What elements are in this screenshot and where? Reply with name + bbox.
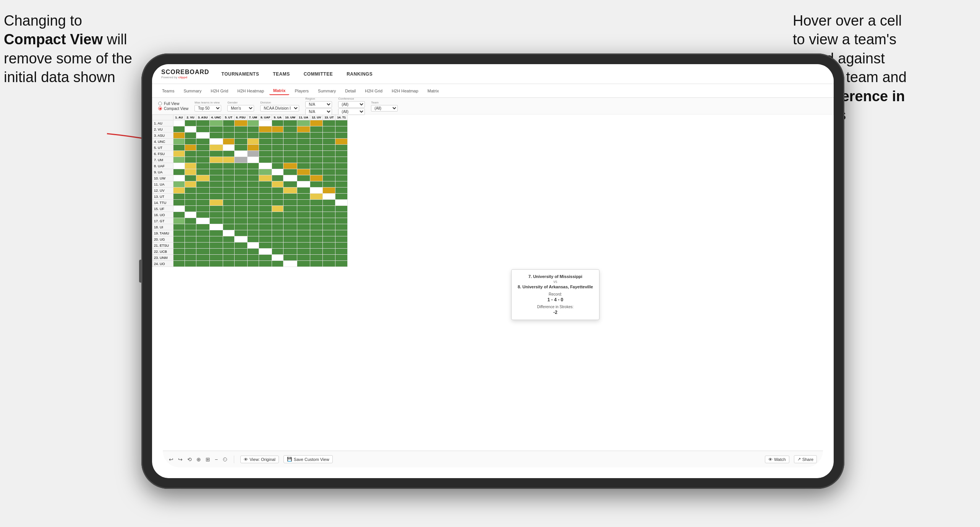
cell-14-13[interactable] (335, 206, 348, 212)
cell-16-0[interactable] (173, 218, 185, 224)
cell-18-11[interactable] (310, 230, 322, 236)
cell-21-5[interactable] (234, 249, 247, 255)
cell-11-13[interactable] (335, 188, 348, 194)
cell-5-7[interactable] (259, 151, 272, 157)
cell-22-6[interactable] (247, 255, 259, 261)
cell-19-11[interactable] (310, 236, 322, 242)
cell-8-8[interactable] (272, 169, 283, 175)
cell-2-2[interactable] (196, 133, 210, 139)
cell-6-13[interactable] (335, 157, 348, 163)
cell-22-5[interactable] (234, 255, 247, 261)
cell-5-3[interactable] (209, 151, 223, 157)
cell-21-8[interactable] (272, 249, 283, 255)
cell-14-11[interactable] (310, 206, 322, 212)
cell-18-13[interactable] (335, 230, 348, 236)
cell-15-9[interactable] (283, 212, 297, 218)
cell-8-3[interactable] (209, 169, 223, 175)
cell-4-2[interactable] (196, 145, 210, 151)
nav-tournaments[interactable]: TOURNAMENTS (222, 71, 259, 77)
cell-4-11[interactable] (310, 145, 322, 151)
cell-15-12[interactable] (323, 212, 335, 218)
cell-17-5[interactable] (234, 224, 247, 230)
tab-matrix[interactable]: Matrix (269, 87, 289, 95)
cell-6-6[interactable] (247, 157, 259, 163)
cell-2-10[interactable] (297, 133, 310, 139)
cell-21-0[interactable] (173, 249, 185, 255)
cell-18-6[interactable] (247, 230, 259, 236)
cell-8-4[interactable] (223, 169, 234, 175)
cell-14-8[interactable] (272, 206, 283, 212)
cell-11-1[interactable] (185, 188, 196, 194)
cell-16-4[interactable] (223, 218, 234, 224)
cell-5-4[interactable] (223, 151, 234, 157)
cell-13-1[interactable] (185, 200, 196, 206)
cell-3-11[interactable] (310, 139, 322, 145)
cell-18-2[interactable] (196, 230, 210, 236)
cell-21-7[interactable] (259, 249, 272, 255)
cell-4-3[interactable] (209, 145, 223, 151)
cell-22-1[interactable] (185, 255, 196, 261)
cell-12-5[interactable] (234, 194, 247, 200)
cell-15-2[interactable] (196, 212, 210, 218)
cell-1-8[interactable] (272, 126, 283, 133)
cell-15-3[interactable] (209, 212, 223, 218)
cell-10-7[interactable] (259, 181, 272, 188)
cell-8-2[interactable] (196, 169, 210, 175)
cell-6-9[interactable] (283, 157, 297, 163)
cell-5-11[interactable] (310, 151, 322, 157)
cell-19-0[interactable] (173, 236, 185, 242)
cell-19-9[interactable] (283, 236, 297, 242)
cell-4-10[interactable] (297, 145, 310, 151)
cell-10-11[interactable] (310, 181, 322, 188)
cell-1-3[interactable] (209, 126, 223, 133)
cell-5-9[interactable] (283, 151, 297, 157)
cell-10-13[interactable] (335, 181, 348, 188)
cell-0-9[interactable] (283, 120, 297, 126)
cell-15-10[interactable] (297, 212, 310, 218)
cell-3-13[interactable] (335, 139, 348, 145)
cell-17-9[interactable] (283, 224, 297, 230)
cell-7-6[interactable] (247, 163, 259, 169)
cell-16-5[interactable] (234, 218, 247, 224)
cell-12-2[interactable] (196, 194, 210, 200)
cell-22-11[interactable] (310, 255, 322, 261)
cell-1-0[interactable] (173, 126, 185, 133)
cell-23-11[interactable] (310, 261, 322, 267)
cell-10-8[interactable] (272, 181, 283, 188)
cell-9-3[interactable] (209, 175, 223, 181)
cell-19-3[interactable] (209, 236, 223, 242)
cell-14-1[interactable] (185, 206, 196, 212)
cell-6-11[interactable] (310, 157, 322, 163)
cell-3-3[interactable] (209, 139, 223, 145)
cell-7-10[interactable] (297, 163, 310, 169)
cell-16-12[interactable] (323, 218, 335, 224)
cell-6-3[interactable] (209, 157, 223, 163)
cell-13-13[interactable] (335, 200, 348, 206)
cell-15-13[interactable] (335, 212, 348, 218)
region-select2[interactable]: N/A (305, 108, 332, 115)
cell-3-5[interactable] (234, 139, 247, 145)
cell-7-9[interactable] (283, 163, 297, 169)
cell-19-13[interactable] (335, 236, 348, 242)
cell-2-4[interactable] (223, 133, 234, 139)
tab-h2h-heatmap[interactable]: H2H Heatmap (233, 87, 268, 95)
cell-23-9[interactable] (283, 261, 297, 267)
cell-5-5[interactable] (234, 151, 247, 157)
cell-11-5[interactable] (234, 188, 247, 194)
cell-14-7[interactable] (259, 206, 272, 212)
cell-10-1[interactable] (185, 181, 196, 188)
cell-21-1[interactable] (185, 249, 196, 255)
tool-icon-3[interactable]: ⊞ (206, 456, 210, 462)
cell-21-11[interactable] (310, 249, 322, 255)
cell-14-0[interactable] (173, 206, 185, 212)
region-select[interactable]: N/A (305, 101, 332, 108)
cell-21-2[interactable] (196, 249, 210, 255)
cell-5-2[interactable] (196, 151, 210, 157)
cell-11-2[interactable] (196, 188, 210, 194)
cell-23-6[interactable] (247, 261, 259, 267)
cell-7-4[interactable] (223, 163, 234, 169)
cell-18-0[interactable] (173, 230, 185, 236)
cell-7-1[interactable] (185, 163, 196, 169)
cell-4-7[interactable] (259, 145, 272, 151)
cell-20-2[interactable] (196, 242, 210, 249)
